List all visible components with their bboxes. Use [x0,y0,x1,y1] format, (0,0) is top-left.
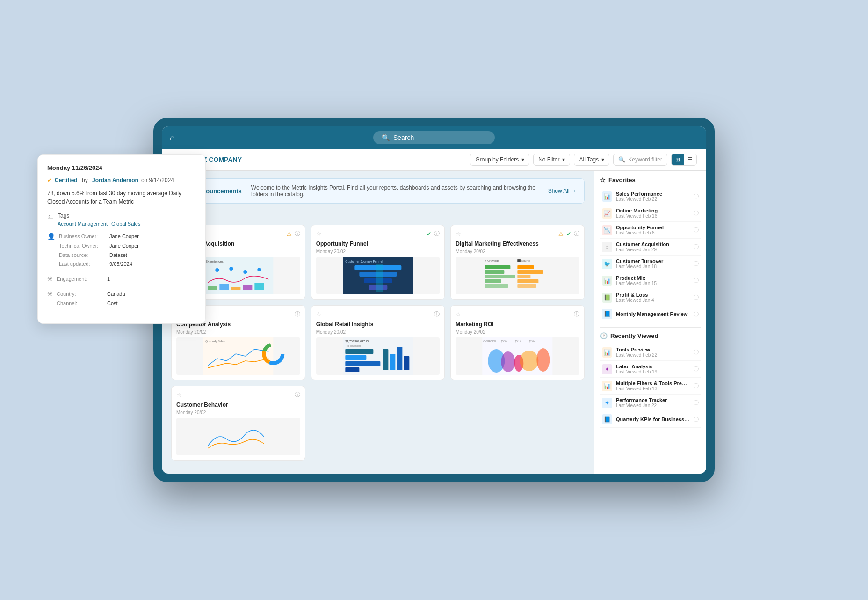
recently-viewed-list: 📊 Tools Preview Last Viewed Feb 22 ⓘ ✦ L… [600,344,701,428]
svg-rect-44 [383,349,388,370]
svg-text:Top Influencers: Top Influencers [345,344,361,347]
tooltip-metric: 78, down 5.6% from last 30 day moving av… [47,189,196,206]
favorites-item-4[interactable]: 🐦 Customer Turnover Last Viewed Jan 18 ⓘ [600,256,701,272]
certified-badge-icon: ✔ [47,177,52,183]
card-date-4: Monday 20/02 [176,329,300,335]
recently-viewed-item-name-1: Labor Analysis [616,364,690,369]
favorites-item-info-1[interactable]: ⓘ [694,210,699,217]
star-icon-2[interactable]: ☆ [316,230,322,237]
favorites-item-0[interactable]: 📊 Sales Performance Last Viewed Feb 22 ⓘ [600,188,701,205]
tag-account-management[interactable]: Account Management [58,221,108,227]
favorites-item-info-5[interactable]: ⓘ [694,277,699,284]
card-marketing-roi[interactable]: ☆ ⓘ Marketing ROI Monday 20/02 OVERVIEW [450,305,585,380]
recently-viewed-item-icon-3: ✦ [602,398,612,408]
list-view-button[interactable]: ☰ [684,154,696,165]
star-icon-5[interactable]: ☆ [316,311,322,318]
favorites-item-date-5: Last Viewed Jan 15 [616,281,690,286]
cards-grid-row2: ☆ ⓘ Competitor Analysis Monday 20/02 Qua… [171,305,585,380]
tags-label: Tags [58,212,140,219]
recently-viewed-item-text-2: Multiple Filters & Tools Preview Last Vi… [616,380,690,391]
favorites-item-7[interactable]: 📘 Monthly Management Review ⓘ [600,306,701,322]
channel-value: Cost [107,299,118,308]
engagement-value: 1 [107,275,110,284]
favorites-item-info-3[interactable]: ⓘ [694,243,699,250]
recently-viewed-item-name-3: Performance Tracker [616,397,690,403]
favorites-item-3[interactable]: ○ Customer Acquisition Last Viewed Jan 2… [600,239,701,256]
recently-viewed-item-info-4[interactable]: ⓘ [694,416,699,423]
no-filter-select[interactable]: No Filter ▾ [533,154,570,166]
favorites-item-info-7[interactable]: ⓘ [694,311,699,318]
top-bar: ⌂ 🔍 Search [162,126,706,149]
card-opportunity-funnel[interactable]: ☆ ✔ ⓘ Opportunity Funnel Monday 20/02 Cu [311,225,445,300]
tag-global-sales[interactable]: Global Sales [111,221,140,227]
info-icon-7[interactable]: ⓘ [295,391,300,399]
svg-point-3 [215,268,219,272]
recently-viewed-item-info-1[interactable]: ⓘ [694,366,699,373]
tooltip-meta-section: 👤 Business Owner: Jane Cooper Technical … [47,232,196,269]
favorites-item-6[interactable]: 📗 Profit & Loss Last Viewed Jan 4 ⓘ [600,289,701,306]
recently-viewed-item-3[interactable]: ✦ Performance Tracker Last Viewed Jan 22… [600,395,701,411]
favorites-item-text-7: Monthly Management Review [616,311,690,317]
svg-text:⬛ Source: ⬛ Source [518,259,531,263]
recently-viewed-item-info-3[interactable]: ⓘ [694,399,699,406]
info-icon-5[interactable]: ⓘ [434,310,440,318]
svg-point-6 [257,268,261,271]
recently-viewed-item-info-0[interactable]: ⓘ [694,349,699,356]
recently-viewed-item-text-0: Tools Preview Last Viewed Feb 22 [616,347,690,358]
info-icon-4[interactable]: ⓘ [295,310,300,318]
grid-view-button[interactable]: ⊞ [672,154,684,165]
recently-viewed-item-info-2[interactable]: ⓘ [694,382,699,389]
recently-viewed-item-0[interactable]: 📊 Tools Preview Last Viewed Feb 22 ⓘ [600,344,701,361]
geo-icon: ✳ [47,290,53,298]
favorites-item-1[interactable]: 📈 Online Marketing Last Viewed Feb 16 ⓘ [600,205,701,222]
recently-viewed-item-text-4: Quarterly KPIs for Business Review [616,417,690,422]
svg-text:$1,700,963,637.75: $1,700,963,637.75 [345,340,369,343]
star-icon-6[interactable]: ☆ [456,311,461,318]
keyword-filter-input[interactable]: 🔍 Keyword filter [613,154,667,166]
favorites-item-icon-3: ○ [602,242,612,252]
recently-viewed-item-1[interactable]: ✦ Labor Analysis Last Viewed Feb 19 ⓘ [600,361,701,378]
favorites-item-name-7: Monthly Management Review [616,311,690,317]
favorites-item-icon-2: 📉 [602,225,612,235]
svg-rect-31 [518,284,536,288]
svg-point-56 [520,351,539,371]
svg-rect-43 [345,367,359,372]
favorites-item-info-2[interactable]: ⓘ [694,227,699,234]
info-icon-6[interactable]: ⓘ [574,310,579,318]
card-digital-marketing[interactable]: ☆ ⚠ ✔ ⓘ Digital Marketing Effectiveness … [450,225,585,300]
card-customer-behavior[interactable]: ☆ ⓘ Customer Behavior Monday 20/02 [171,386,305,461]
favorites-item-text-1: Online Marketing Last Viewed Feb 16 [616,208,690,219]
device-screen: ⌂ 🔍 Search ≡ ✦ XYZ COMPANY Group by Fold… [162,126,706,474]
card-title-5: Global Retail Insights [316,321,440,328]
group-by-filter[interactable]: Group by Folders ▾ [470,154,529,166]
header: ≡ ✦ XYZ COMPANY Group by Folders ▾ No Fi… [162,149,706,171]
favorites-item-5[interactable]: 📊 Product Mix Last Viewed Jan 15 ⓘ [600,272,701,289]
recently-viewed-item-2[interactable]: 📊 Multiple Filters & Tools Preview Last … [600,378,701,395]
global-search-bar[interactable]: 🔍 Search [373,131,495,144]
star-icon-7[interactable]: ☆ [176,391,182,398]
certified-icon-3: ✔ [566,231,571,237]
certified-by-prefix: by [80,177,89,183]
favorites-item-text-2: Opportunity Funnel Last Viewed Feb 6 [616,225,690,235]
favorites-item-2[interactable]: 📉 Opportunity Funnel Last Viewed Feb 6 ⓘ [600,222,701,239]
favorites-item-info-0[interactable]: ⓘ [694,193,699,200]
cards-grid-row3: ☆ ⓘ Customer Behavior Monday 20/02 [171,386,585,461]
info-icon-1[interactable]: ⓘ [295,230,300,238]
recently-viewed-item-4[interactable]: 📘 Quarterly KPIs for Business Review ⓘ [600,411,701,428]
favorites-item-info-6[interactable]: ⓘ [694,294,699,301]
info-icon-2[interactable]: ⓘ [434,230,440,238]
show-all-button[interactable]: Show All → [548,188,577,194]
home-button[interactable]: ⌂ [170,133,175,143]
info-icon-3[interactable]: ⓘ [574,230,579,238]
certified-by[interactable]: Jordan Anderson [92,177,138,183]
group-by-label: Group by Folders [475,156,519,163]
main-content: 📢 Announcements Welcome to the Metric In… [162,171,706,474]
technical-owner-label: Technical Owner: [59,241,106,251]
all-tags-filter[interactable]: All Tags ▾ [574,154,609,166]
svg-rect-28 [518,270,543,274]
favorites-item-text-5: Product Mix Last Viewed Jan 15 [616,275,690,286]
favorites-item-info-4[interactable]: ⓘ [694,260,699,267]
favorites-item-text-4: Customer Turnover Last Viewed Jan 18 [616,258,690,269]
star-icon-3[interactable]: ☆ [456,230,461,237]
card-global-retail[interactable]: ☆ ⓘ Global Retail Insights Monday 20/02 … [311,305,445,380]
